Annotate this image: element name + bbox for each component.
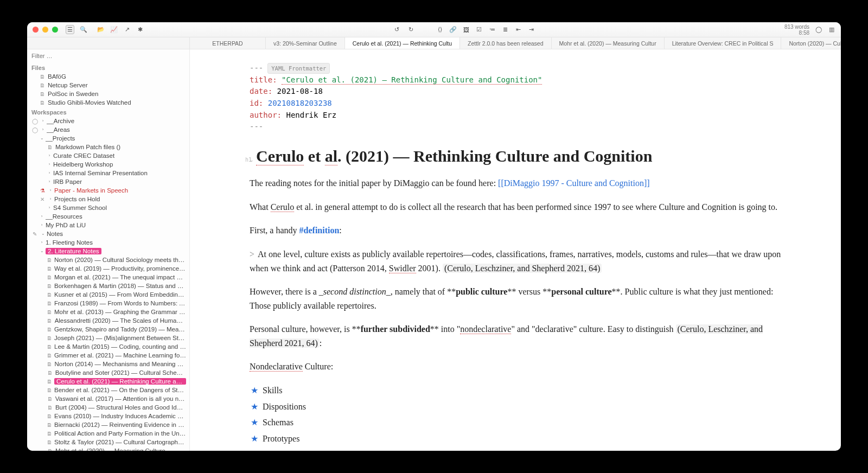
tab-cerulo[interactable]: Cerulo et al. (2021) — Rethinking Cultu bbox=[345, 37, 460, 49]
chevron-right-icon: › bbox=[47, 153, 52, 158]
blockquote: >At one level, culture exists as publicl… bbox=[250, 247, 781, 275]
file-item[interactable]: 🗎Political Action and Party Formation in… bbox=[27, 429, 189, 438]
tab-seminar[interactable]: v3: 20%-Seminar Outline bbox=[266, 37, 345, 49]
file-item[interactable]: 🗎Morgan et al. (2021) — The unequal impa… bbox=[27, 273, 189, 282]
pomodoro-icon[interactable]: ◯ bbox=[815, 26, 822, 34]
tab-spacer bbox=[27, 37, 190, 49]
app-window: ☰ 🔍 📂 📈 ↗ ✱ ↺ ↻ ⟨⟩ 🔗 🖼 ☑ ≔ ≣ ⇤ ⇥ bbox=[27, 22, 841, 451]
file-item[interactable]: 🗎Netcup Server bbox=[27, 81, 189, 90]
file-item[interactable]: 🗎Gentzkow, Shapiro and Taddy (2019) — Me… bbox=[27, 325, 189, 334]
link-icon[interactable]: 🔗 bbox=[449, 26, 457, 34]
sidebar: Files 🗎BAföG 🗎Netcup Server 🗎PolSoc in S… bbox=[27, 49, 190, 451]
file-item[interactable]: 🗎Stoltz & Taylor (2021) — Cultural Carto… bbox=[27, 438, 189, 446]
file-item[interactable]: 🗎Kusner et al (2015) — From Word Embeddi… bbox=[27, 290, 189, 299]
hash-tag[interactable]: #definition bbox=[299, 226, 340, 235]
outdent-icon[interactable]: ⇤ bbox=[514, 26, 522, 34]
heading-level-badge: h1 bbox=[239, 157, 256, 163]
file-item[interactable]: 🗎Studio Ghibli-Movies Watched bbox=[27, 98, 189, 107]
file-icon: 🗎 bbox=[47, 361, 52, 367]
list-ul-icon[interactable]: ≔ bbox=[488, 26, 496, 34]
yaml-badge: YAML Frontmatter bbox=[267, 63, 330, 74]
image-icon[interactable]: 🖼 bbox=[462, 26, 470, 34]
zoom-window-button[interactable] bbox=[52, 27, 58, 33]
indent-icon[interactable]: ⇥ bbox=[527, 26, 535, 34]
tag-cloud-icon[interactable]: ✱ bbox=[136, 26, 144, 34]
tab-etherpad[interactable]: ETHERPAD bbox=[190, 37, 266, 49]
search-icon[interactable]: 🔍 bbox=[80, 26, 87, 34]
file-item[interactable]: 🗎Biernacki (2012) — Reinventing Evidence… bbox=[27, 420, 189, 429]
right-sidebar-icon[interactable]: ▥ bbox=[828, 26, 835, 34]
tab-zettlr[interactable]: Zettlr 2.0.0 has been released bbox=[460, 37, 552, 49]
paragraph: Personal culture, however, is **further … bbox=[250, 322, 781, 350]
folder-item[interactable]: ›Heidelberg Workshop bbox=[27, 160, 189, 169]
file-label: Stoltz & Taylor (2021) — Cultural Cartog… bbox=[54, 439, 186, 445]
file-item[interactable]: 🗎Way et al. (2019) — Productivity, promi… bbox=[27, 264, 189, 273]
file-item[interactable]: 🗎Norton (2014) — Mechanisms and Meaning … bbox=[27, 360, 189, 368]
close-icon: ✕ bbox=[39, 196, 46, 202]
file-label: Burt (2004) — Structural Holes and Good … bbox=[55, 404, 186, 411]
tab-litoverview[interactable]: Literature Overview: CREC in Political S bbox=[665, 37, 782, 49]
file-item[interactable]: 🗎Bender et al. (2021) — On the Dangers o… bbox=[27, 386, 189, 394]
file-item[interactable]: 🗎Joseph (2021) — (Mis)alignment Between … bbox=[27, 334, 189, 342]
close-window-button[interactable] bbox=[33, 27, 39, 33]
citation[interactable]: (Cerulo, Leschziner, and Shepherd 2021, … bbox=[443, 264, 602, 273]
file-item[interactable]: 🗎Franzosi (1989) — From Words to Numbers… bbox=[27, 299, 189, 308]
file-item[interactable]: 🗎PolSoc in Sweden bbox=[27, 90, 189, 98]
edit-icon: ✎ bbox=[31, 231, 38, 237]
folder-resources[interactable]: ›__Resources bbox=[27, 212, 189, 221]
editor[interactable]: ---YAML Frontmatter title: "Cerulo et al… bbox=[190, 49, 841, 451]
list-ol-icon[interactable]: ≣ bbox=[501, 26, 509, 34]
file-item[interactable]: 🗎Grimmer et al. (2021) — Machine Learnin… bbox=[27, 351, 189, 360]
tab-mohr[interactable]: Mohr et al. (2020) — Measuring Cultur bbox=[552, 37, 665, 49]
code-icon[interactable]: ⟨⟩ bbox=[436, 26, 444, 34]
folder-notes[interactable]: ✎⌄Notes bbox=[27, 229, 189, 238]
folder-item[interactable]: ›IRB Paper bbox=[27, 177, 189, 186]
file-item[interactable]: 🗎Alessandretti (2020) — The Scales of Hu… bbox=[27, 316, 189, 325]
circle-icon: ◯ bbox=[31, 127, 38, 133]
folder-areas[interactable]: ◯›__Areas bbox=[27, 125, 189, 134]
folder-fleeting[interactable]: ›1. Fleeting Notes bbox=[27, 238, 189, 247]
folder-archive[interactable]: ◯›__Archive bbox=[27, 117, 189, 125]
folder-hold[interactable]: ✕›Projects on Hold bbox=[27, 195, 189, 203]
folder-projects[interactable]: ⌄__Projects bbox=[27, 134, 189, 143]
stats-icon[interactable]: 📈 bbox=[110, 26, 118, 34]
tab-norton[interactable]: Norton (2020) — Cultural Sociology m bbox=[781, 37, 841, 49]
file-item[interactable]: 🗎Borkenhagen & Martin (2018) — Status an… bbox=[27, 282, 189, 290]
file-icon: 🗎 bbox=[47, 318, 53, 324]
open-folder-icon[interactable]: 📂 bbox=[97, 26, 105, 34]
file-item[interactable]: 🗎Burt (2004) — Structural Holes and Good… bbox=[27, 403, 189, 412]
filter-input[interactable] bbox=[31, 52, 185, 60]
file-item[interactable]: 🗎Boutyline and Soter (2021) — Cultural S… bbox=[27, 368, 189, 377]
file-item[interactable]: 🗎Evans (2010) — Industry Induces Academi… bbox=[27, 412, 189, 420]
forward-icon[interactable]: ↻ bbox=[407, 26, 414, 34]
folder-item[interactable]: ›IAS Internal Seminar Presentation bbox=[27, 169, 189, 177]
task-icon[interactable]: ☑ bbox=[475, 26, 483, 34]
paragraph: First, a handy #definition: bbox=[250, 223, 781, 238]
wiki-link[interactable]: [[DiMaggio 1997 - Culture and Cognition]… bbox=[498, 178, 650, 188]
sidebar-toggle-icon[interactable]: ☰ bbox=[66, 25, 74, 34]
file-item[interactable]: 🗎Vaswani et al. (2017) — Attention is al… bbox=[27, 394, 189, 403]
chevron-right-icon: › bbox=[39, 214, 44, 219]
file-item[interactable]: 🗎Mohr et al. (2013) — Graphing the Gramm… bbox=[27, 308, 189, 316]
chevron-down-icon: ⌄ bbox=[40, 231, 46, 236]
file-icon: 🗎 bbox=[47, 439, 52, 445]
folder-item[interactable]: ›Curate CREC Dataset bbox=[27, 151, 189, 160]
file-label: Vaswani et al. (2017) — Attention is all… bbox=[55, 395, 186, 402]
yaml-key: id: bbox=[250, 99, 263, 107]
folder-phd[interactable]: ›My PhD at LiU bbox=[27, 221, 189, 229]
file-item[interactable]: 🗎Mohr et al. (2020) — Measuring Culture bbox=[27, 446, 189, 451]
file-item[interactable]: 🗎BAföG bbox=[27, 72, 189, 81]
yaml-value: 2021-08-18 bbox=[277, 87, 323, 95]
file-item[interactable]: 🗎Markdown Patch files () bbox=[27, 143, 189, 151]
share-icon[interactable]: ↗ bbox=[123, 26, 131, 34]
file-icon: 🗎 bbox=[39, 74, 46, 80]
minimize-window-button[interactable] bbox=[42, 27, 48, 33]
file-icon: 🗎 bbox=[47, 292, 52, 298]
file-item[interactable]: 🗎Norton (2020) — Cultural Sociology meet… bbox=[27, 255, 189, 264]
folder-item[interactable]: ›S4 Summer School bbox=[27, 203, 189, 212]
file-item[interactable]: 🗎Lee & Martin (2015) — Coding, counting … bbox=[27, 342, 189, 351]
folder-paper[interactable]: ⚗›Paper - Markets in Speech bbox=[27, 186, 189, 195]
back-icon[interactable]: ↺ bbox=[393, 26, 400, 34]
folder-litnotes[interactable]: ⌄2. Literature Notes bbox=[27, 247, 189, 255]
file-item[interactable]: 🗎Cerulo et al. (2021) — Rethinking Cultu… bbox=[27, 377, 189, 386]
